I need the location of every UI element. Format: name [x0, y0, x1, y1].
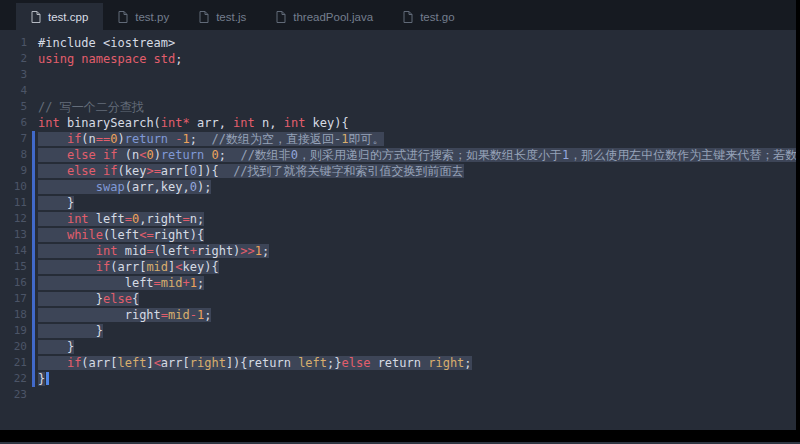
code-line[interactable]: 6int binarySearch(int* arr, int n, int k…	[0, 115, 796, 131]
code-token: 1	[183, 132, 190, 146]
code-line[interactable]: 21 if(arr[left]<arr[right]){return left;…	[0, 355, 796, 371]
tab-bar: test.cpptest.pytest.jsthreadPool.javates…	[0, 0, 796, 30]
code-line[interactable]: 14 int mid=(left+right)>>1;	[0, 243, 796, 259]
code-editor[interactable]: 1#include <iostream>2using namespace std…	[0, 30, 796, 430]
code-token: ;	[219, 148, 241, 162]
line-number: 17	[0, 291, 27, 307]
code-token	[38, 260, 96, 274]
code-token: 即可。	[348, 132, 384, 146]
code-line[interactable]: 13 while(left<=right){	[0, 227, 796, 243]
code-token: key){	[183, 260, 219, 274]
code-token: ;	[204, 308, 211, 322]
code-token: (left	[103, 228, 139, 242]
line-number: 14	[0, 243, 27, 259]
code-text: }	[38, 195, 74, 211]
code-token: (n	[81, 132, 95, 146]
code-line[interactable]: 17 }else{	[0, 291, 796, 307]
code-text: while(left<=right){	[38, 227, 204, 243]
code-line[interactable]: 8 else if (n<0)return 0; //数组非0，则采用递归的方式…	[0, 147, 796, 163]
code-token: 0	[211, 148, 218, 162]
tab-label: test.py	[135, 11, 169, 23]
code-token	[38, 132, 67, 146]
line-number: 18	[0, 307, 27, 323]
code-line[interactable]: 18 right=mid-1;	[0, 307, 796, 323]
code-token: -	[175, 132, 182, 146]
code-line[interactable]: 10 swap(arr,key,0);	[0, 179, 796, 195]
code-line[interactable]: 15 if(arr[mid]<key){	[0, 259, 796, 275]
code-text: int left=0,right=n;	[38, 211, 204, 227]
code-token: using namespace std	[38, 52, 175, 66]
code-token: <	[175, 260, 182, 274]
code-token: }	[38, 372, 45, 386]
code-token: return	[161, 148, 204, 162]
code-line[interactable]: 9 else if(key>=arr[0]){ //找到了就将关键字和索引值交换…	[0, 163, 796, 179]
code-token: right){	[154, 228, 205, 242]
line-number: 6	[0, 115, 27, 131]
code-token: binarySearch(	[60, 116, 161, 130]
code-token: <	[154, 356, 161, 370]
code-token: mid	[146, 260, 168, 274]
line-number: 15	[0, 259, 27, 275]
code-token: >=	[146, 164, 160, 178]
tab-label: test.js	[216, 11, 246, 23]
code-token: ;	[190, 132, 212, 146]
code-token: if	[103, 164, 117, 178]
tab-test.go[interactable]: test.go	[388, 3, 470, 30]
code-line[interactable]: 12 int left=0,right=n;	[0, 211, 796, 227]
tab-label: test.cpp	[48, 11, 88, 23]
file-icon	[118, 11, 128, 23]
code-line[interactable]: 19 }	[0, 323, 796, 339]
code-token	[38, 180, 96, 194]
code-line[interactable]: 22}	[0, 371, 796, 387]
code-token: else	[103, 292, 132, 306]
code-line[interactable]: 11 }	[0, 195, 796, 211]
tab-threadPool.java[interactable]: threadPool.java	[261, 3, 388, 30]
code-token: (arr[	[81, 356, 117, 370]
code-token: (arr,key,	[125, 180, 190, 194]
code-text: int mid=(left+right)>>1;	[38, 243, 269, 259]
code-token: ]){	[197, 164, 233, 178]
text-cursor	[46, 372, 49, 385]
code-text: #include <iostream>	[38, 35, 175, 51]
code-token: int	[38, 116, 60, 130]
code-token: >>	[240, 244, 254, 258]
code-line[interactable]: 7 if(n==0)return -1; //数组为空，直接返回-1即可。	[0, 131, 796, 147]
tab-test.py[interactable]: test.py	[103, 3, 184, 30]
code-token: #include <iostream>	[38, 36, 175, 50]
code-token: ;	[175, 52, 182, 66]
code-line[interactable]: 3	[0, 67, 796, 83]
code-line[interactable]: 23	[0, 387, 796, 403]
code-token: ;	[262, 244, 269, 258]
tab-test.js[interactable]: test.js	[184, 3, 261, 30]
code-token: // 写一个二分查找	[38, 100, 144, 114]
line-number: 1	[0, 35, 27, 51]
code-line[interactable]: 2using namespace std;	[0, 51, 796, 67]
code-token: )	[118, 132, 125, 146]
code-line[interactable]: 20 }	[0, 339, 796, 355]
code-token: }	[38, 292, 103, 306]
code-token: else	[67, 148, 96, 162]
code-token: if	[96, 260, 110, 274]
code-token: =	[183, 212, 190, 226]
code-token: return	[125, 132, 168, 146]
code-line[interactable]: 16 left=mid+1;	[0, 275, 796, 291]
line-number: 13	[0, 227, 27, 243]
code-token	[96, 148, 103, 162]
line-number: 7	[0, 131, 27, 147]
code-text: }	[38, 323, 103, 339]
line-number: 19	[0, 323, 27, 339]
code-text: if(arr[mid]<key){	[38, 259, 219, 275]
code-line[interactable]: 1#include <iostream>	[0, 35, 796, 51]
line-number: 9	[0, 163, 27, 179]
code-line[interactable]: 4	[0, 83, 796, 99]
code-line[interactable]: 5// 写一个二分查找	[0, 99, 796, 115]
code-token: //数组非	[240, 148, 290, 162]
tab-test.cpp[interactable]: test.cpp	[16, 3, 103, 30]
code-token: arr,	[190, 116, 233, 130]
code-token: //找到了就将关键字和索引值交换到前面去	[233, 164, 463, 178]
line-number: 5	[0, 99, 27, 115]
code-token: int	[96, 244, 118, 258]
code-token: +	[190, 244, 197, 258]
line-number: 16	[0, 275, 27, 291]
code-text: else if(key>=arr[0]){ //找到了就将关键字和索引值交换到前…	[38, 163, 464, 179]
